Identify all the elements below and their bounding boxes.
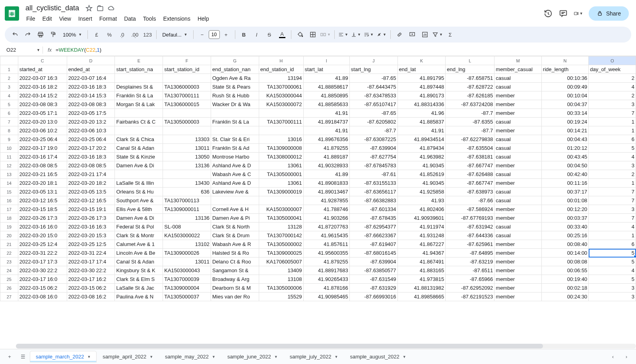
paint-format-button[interactable] bbox=[48, 29, 59, 40]
cell[interactable]: 01:20:12 bbox=[541, 144, 589, 153]
menu-view[interactable]: View bbox=[56, 14, 74, 23]
merge-button[interactable]: ▼ bbox=[320, 29, 331, 40]
cell[interactable]: 2022-03-17 17:4 bbox=[67, 258, 115, 266]
cell[interactable]: member bbox=[494, 205, 542, 214]
cell[interactable]: 4 bbox=[589, 83, 636, 91]
cell[interactable]: -87.678435 bbox=[349, 214, 398, 223]
cell[interactable]: -87.67769193 bbox=[446, 214, 494, 223]
cell[interactable] bbox=[259, 109, 303, 118]
row-header[interactable]: 2 bbox=[0, 74, 18, 83]
cell[interactable]: 2022-03-14 15:2 bbox=[18, 91, 67, 100]
cell[interactable]: TA1309000026 bbox=[163, 249, 211, 258]
cell[interactable]: 41.88585633 bbox=[303, 100, 349, 109]
cell[interactable]: 2022-03-06 10:3 bbox=[67, 126, 115, 135]
row-header[interactable]: 8 bbox=[0, 126, 18, 135]
cell[interactable]: 2022-03-17 16:0 bbox=[18, 275, 67, 284]
cell[interactable]: KA1503000044 bbox=[259, 91, 303, 100]
cell[interactable]: 00:01:08 bbox=[541, 196, 589, 205]
cell[interactable]: 41.9287855 bbox=[303, 196, 349, 205]
cell[interactable]: casual bbox=[494, 196, 542, 205]
meet-icon[interactable]: ▼ bbox=[574, 9, 583, 18]
cell[interactable]: 2022-03-30 22:2 bbox=[67, 266, 115, 275]
cell[interactable]: -87.6355 bbox=[446, 118, 494, 126]
cell[interactable]: casual bbox=[494, 144, 542, 153]
cell[interactable]: 2022-03-20 13:0 bbox=[18, 118, 67, 126]
cell[interactable]: Mies van der Ro bbox=[211, 292, 259, 301]
cell[interactable]: started_at bbox=[18, 65, 67, 74]
cell[interactable]: Desplaines St & bbox=[115, 83, 163, 91]
cell[interactable]: TA1305000001 bbox=[259, 170, 303, 179]
cell[interactable]: 4 bbox=[589, 223, 636, 231]
cell[interactable] bbox=[259, 196, 303, 205]
column-header-E[interactable]: E bbox=[115, 56, 163, 65]
cell[interactable]: 2022-03-25 12:4 bbox=[18, 240, 67, 249]
cell[interactable]: 2022-03-25 06:4 bbox=[67, 135, 115, 144]
cell[interactable]: -87.62279838 bbox=[446, 135, 494, 144]
cell[interactable]: casual bbox=[494, 170, 542, 179]
cell[interactable]: Halsted St & Ro bbox=[211, 249, 259, 258]
cell[interactable]: 41.90345 bbox=[398, 161, 446, 170]
row-header[interactable]: 4 bbox=[0, 91, 18, 100]
decrease-font-button[interactable]: − bbox=[197, 29, 208, 40]
cell[interactable]: casual bbox=[494, 188, 542, 196]
cell[interactable]: TA1305000002 bbox=[259, 240, 303, 249]
cell[interactable]: 41.925858 bbox=[398, 188, 446, 196]
cell[interactable]: casual bbox=[494, 135, 542, 144]
cell[interactable]: -87.625961 bbox=[446, 240, 494, 249]
cell[interactable]: SL-008 bbox=[163, 223, 211, 231]
cell[interactable]: 41.88131982 bbox=[398, 284, 446, 292]
cell[interactable]: -87.626185 bbox=[446, 91, 494, 100]
cell[interactable]: -87.66993016 bbox=[349, 292, 398, 301]
cell[interactable]: -87.639904 bbox=[349, 258, 398, 266]
cell[interactable]: 2022-03-15 19:1 bbox=[67, 205, 115, 214]
cell[interactable]: 00:24:30 bbox=[541, 292, 589, 301]
cell[interactable]: 00:25:16 bbox=[541, 231, 589, 240]
cell[interactable]: 2022-03-08 16:2 bbox=[67, 292, 115, 301]
cell[interactable]: 41.89 bbox=[303, 74, 349, 83]
cell[interactable]: Clark St & Montr bbox=[115, 231, 163, 240]
cell[interactable]: 2022-03-05 13:1 bbox=[18, 188, 67, 196]
menu-format[interactable]: Format bbox=[96, 14, 120, 23]
cell[interactable]: 2022-03-25 06:4 bbox=[18, 135, 67, 144]
cell[interactable]: 3 bbox=[589, 284, 636, 292]
cell[interactable]: -87.638973 bbox=[446, 188, 494, 196]
cell[interactable]: 00:02:18 bbox=[541, 284, 589, 292]
cell[interactable]: 41.9615435 bbox=[303, 231, 349, 240]
cell[interactable] bbox=[211, 196, 259, 205]
bold-button[interactable]: B bbox=[238, 29, 250, 40]
cell[interactable]: 41.90939601 bbox=[398, 214, 446, 223]
cell[interactable]: 41.883165 bbox=[398, 266, 446, 275]
row-header[interactable]: 22 bbox=[0, 249, 18, 258]
cell[interactable]: 13061 bbox=[259, 179, 303, 188]
row-header[interactable]: 12 bbox=[0, 161, 18, 170]
cell[interactable]: 4 bbox=[589, 153, 636, 161]
cell[interactable] bbox=[115, 126, 163, 135]
cell[interactable]: 13409 bbox=[259, 266, 303, 275]
cell[interactable]: 00:19:40 bbox=[541, 275, 589, 284]
cell[interactable]: member bbox=[494, 240, 542, 249]
cell[interactable]: TA1309000011 bbox=[163, 205, 211, 214]
cell[interactable]: -87.619407 bbox=[349, 240, 398, 249]
cell[interactable]: 5 bbox=[589, 258, 636, 266]
cell[interactable]: 41.788746 bbox=[303, 205, 349, 214]
column-header-D[interactable]: D bbox=[67, 56, 115, 65]
cell[interactable] bbox=[163, 126, 211, 135]
cell[interactable]: 15529 bbox=[259, 292, 303, 301]
row-header[interactable]: 24 bbox=[0, 266, 18, 275]
cell[interactable]: -87.631929 bbox=[349, 284, 398, 292]
cell[interactable]: 2022-03-05 17:1 bbox=[18, 109, 67, 118]
font-dropdown[interactable]: Defaul... ▼ bbox=[160, 32, 190, 38]
cell[interactable]: -87.6443475 bbox=[349, 83, 398, 91]
share-button[interactable]: Share bbox=[589, 6, 629, 21]
cell[interactable]: 2022-03-16 16:0 bbox=[18, 223, 67, 231]
cell[interactable]: 7 bbox=[589, 214, 636, 223]
cell[interactable] bbox=[115, 74, 163, 83]
cell[interactable]: -87.7 bbox=[349, 126, 398, 135]
cell[interactable]: member bbox=[494, 249, 542, 258]
cell[interactable]: 2022-03-20 13:2 bbox=[67, 118, 115, 126]
row-header[interactable]: 19 bbox=[0, 223, 18, 231]
cell[interactable]: start_lng bbox=[349, 65, 398, 74]
cell[interactable]: member bbox=[494, 275, 542, 284]
cell[interactable]: 41.89676356 bbox=[303, 135, 349, 144]
cell[interactable]: 13011 bbox=[163, 258, 211, 266]
